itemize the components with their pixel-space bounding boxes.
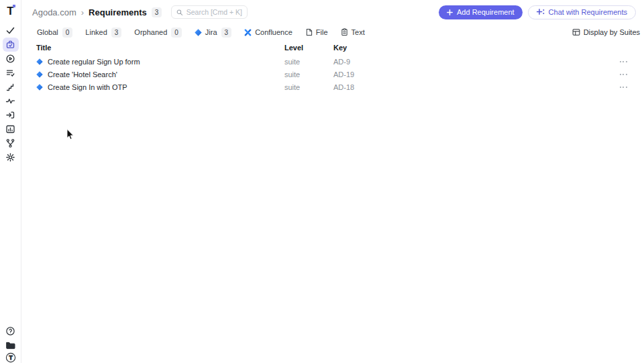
- filter-linked-label: Linked: [85, 28, 107, 36]
- requirement-title[interactable]: Create 'Hotel Search': [48, 70, 117, 79]
- filter-global[interactable]: Global 0: [37, 28, 72, 38]
- branches-icon: [5, 138, 15, 148]
- display-by-suites-label: Display by Suites: [584, 28, 640, 36]
- text-icon: [341, 28, 348, 36]
- requirement-level: suite: [284, 83, 333, 91]
- filter-text-label: Text: [352, 28, 365, 36]
- requirement-title[interactable]: Create Sign In with OTP: [48, 83, 127, 91]
- app-logo[interactable]: T: [0, 0, 21, 21]
- topbar-buttons: Add Requirement Chat with Requirements: [439, 5, 636, 19]
- sidebar-item-profile[interactable]: T: [3, 352, 19, 363]
- filter-jira-count: 3: [221, 28, 232, 38]
- row-menu-button[interactable]: [609, 74, 644, 75]
- search-icon: [176, 9, 182, 16]
- requirement-level: suite: [284, 70, 333, 79]
- sidebar-item-pulse[interactable]: [3, 94, 19, 108]
- sidebar-item-settings[interactable]: [3, 150, 19, 164]
- help-icon: [5, 326, 15, 336]
- milestones-stairs-icon: [5, 82, 15, 92]
- projects-folder-icon: [5, 340, 15, 350]
- filter-global-label: Global: [37, 28, 58, 36]
- table-row[interactable]: Create regular Sign Up form suite AD-9: [21, 55, 644, 68]
- filter-file[interactable]: File: [305, 28, 328, 36]
- filter-global-count: 0: [62, 28, 73, 38]
- jira-icon: [36, 58, 43, 65]
- tests-check-icon: [5, 25, 15, 36]
- file-icon: [305, 28, 313, 36]
- row-menu-button[interactable]: [609, 61, 644, 62]
- chat-with-requirements-label: Chat with Requirements: [549, 8, 627, 16]
- filter-orphaned-label: Orphaned: [134, 28, 167, 36]
- analytics-chart-icon: [5, 124, 15, 134]
- import-icon: [5, 110, 15, 120]
- plus-icon: [447, 9, 453, 15]
- test-plans-list-icon: [5, 68, 15, 78]
- sidebar-item-import[interactable]: [3, 108, 19, 122]
- page-title: Requirements: [89, 7, 147, 17]
- filter-jira-label: Jira: [205, 28, 217, 36]
- logo-accent: [13, 5, 15, 7]
- filter-linked-count: 3: [111, 28, 122, 38]
- ai-sparkle-icon: [537, 9, 545, 15]
- search-input[interactable]: [186, 8, 243, 16]
- column-level: Level: [284, 44, 333, 52]
- chat-with-requirements-button[interactable]: Chat with Requirements: [528, 5, 636, 19]
- search-box[interactable]: [171, 5, 248, 19]
- display-table-icon: [572, 28, 580, 36]
- sidebar-bottom: T: [0, 324, 21, 363]
- row-menu-button[interactable]: [609, 87, 644, 88]
- sidebar-item-requirements[interactable]: [3, 38, 19, 52]
- requirements-briefcase-icon: [5, 40, 15, 50]
- sidebar-item-test-plans[interactable]: [3, 66, 19, 80]
- topbar: Agoda.com › Requirements 3 Add Requireme…: [21, 0, 644, 24]
- display-by-suites-toggle[interactable]: Display by Suites: [572, 28, 640, 36]
- column-title: Title: [36, 44, 284, 52]
- requirement-key: AD-18: [333, 83, 609, 91]
- filter-bar: Global 0 Linked 3 Orphaned 0 Jira 3 Conf…: [21, 24, 644, 39]
- breadcrumb-project[interactable]: Agoda.com: [32, 7, 76, 17]
- requirement-key: AD-19: [333, 70, 609, 79]
- sidebar: T: [0, 0, 21, 363]
- table-row[interactable]: Create 'Hotel Search' suite AD-19: [21, 68, 644, 81]
- pulse-activity-icon: [5, 96, 15, 106]
- confluence-icon: [244, 29, 252, 36]
- requirement-level: suite: [284, 58, 333, 66]
- sidebar-item-milestones[interactable]: [3, 80, 19, 94]
- sidebar-item-branches[interactable]: [3, 136, 19, 150]
- requirement-key: AD-9: [333, 58, 609, 66]
- filter-linked[interactable]: Linked 3: [85, 28, 121, 38]
- requirements-count-badge: 3: [152, 7, 162, 17]
- jira-icon: [36, 84, 43, 91]
- jira-icon: [36, 71, 43, 78]
- sidebar-item-help[interactable]: [3, 324, 19, 338]
- column-key: Key: [333, 44, 609, 52]
- runs-play-icon: [5, 54, 15, 64]
- filter-confluence[interactable]: Confluence: [244, 28, 292, 36]
- filter-jira[interactable]: Jira 3: [195, 28, 231, 38]
- svg-text:T: T: [9, 354, 13, 361]
- filter-orphaned[interactable]: Orphaned 0: [134, 28, 182, 38]
- sidebar-item-analytics[interactable]: [3, 122, 19, 136]
- jira-icon: [195, 29, 202, 36]
- table-header-row: Title Level Key: [21, 40, 644, 55]
- profile-avatar: T: [5, 352, 16, 363]
- breadcrumb-separator: ›: [81, 7, 84, 17]
- filter-confluence-label: Confluence: [255, 28, 292, 36]
- sidebar-item-projects[interactable]: [3, 338, 19, 352]
- requirement-title[interactable]: Create regular Sign Up form: [48, 58, 140, 66]
- filter-file-label: File: [316, 28, 328, 36]
- table-row[interactable]: Create Sign In with OTP suite AD-18: [21, 81, 644, 93]
- sidebar-item-runs[interactable]: [3, 52, 19, 66]
- filter-text[interactable]: Text: [341, 28, 365, 36]
- sidebar-item-tests[interactable]: [3, 23, 19, 38]
- sidebar-nav: [0, 23, 21, 164]
- main-content: Agoda.com › Requirements 3 Add Requireme…: [21, 0, 644, 363]
- requirements-table: Title Level Key Create regular Sign Up f…: [21, 40, 644, 93]
- filter-orphaned-count: 0: [171, 28, 182, 38]
- add-requirement-label: Add Requirement: [457, 8, 515, 16]
- add-requirement-button[interactable]: Add Requirement: [439, 5, 523, 19]
- settings-gear-icon: [5, 152, 15, 162]
